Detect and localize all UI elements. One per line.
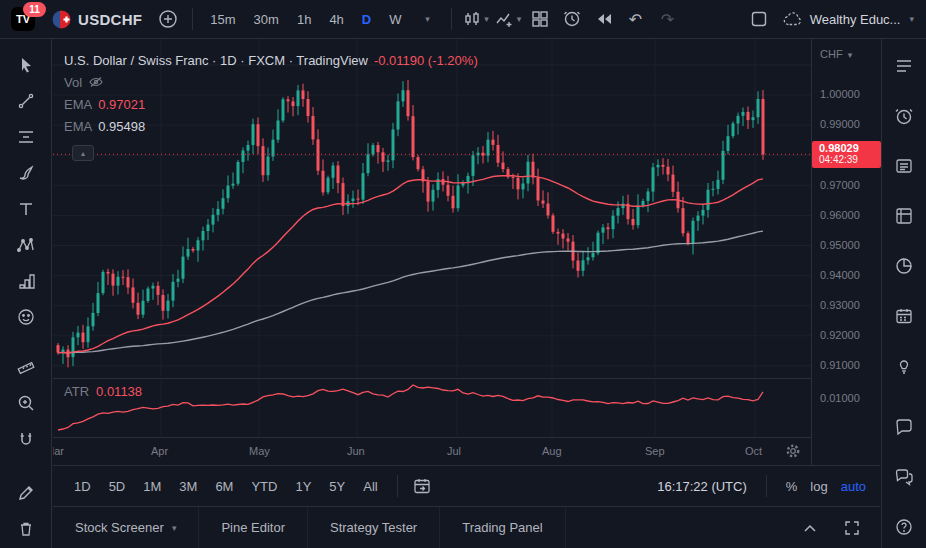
ema-slow-value: 0.95498 bbox=[98, 119, 145, 134]
symbol-title[interactable]: U.S. Dollar / Swiss Franc · 1D · FXCM · … bbox=[64, 53, 368, 68]
legend-collapse-button[interactable]: ▴ bbox=[72, 145, 94, 161]
tab-stock-screener[interactable]: Stock Screener▾ bbox=[53, 507, 199, 548]
log-scale-button[interactable]: log bbox=[810, 479, 827, 494]
range-6m-button[interactable]: 6M bbox=[206, 474, 242, 498]
emoji-icon bbox=[16, 307, 36, 327]
pencil-icon bbox=[16, 483, 36, 503]
forecast-tool-button[interactable] bbox=[11, 266, 41, 296]
lightbulb-icon bbox=[893, 355, 915, 377]
chat-button[interactable] bbox=[889, 412, 919, 442]
interval-1w-button[interactable]: W bbox=[382, 6, 408, 32]
range-1d-button[interactable]: 1D bbox=[65, 474, 100, 498]
top-toolbar: TV 11 USDCHF 15m 30m 1h 4h D W ▾ ▾ bbox=[0, 0, 926, 39]
interval-15m-button[interactable]: 15m bbox=[203, 6, 242, 32]
range-3m-button[interactable]: 3M bbox=[170, 474, 206, 498]
hotlists-icon bbox=[893, 255, 915, 277]
chevron-down-icon: ▾ bbox=[172, 523, 177, 533]
interval-1h-button[interactable]: 1h bbox=[290, 6, 318, 32]
range-5d-button[interactable]: 5D bbox=[100, 474, 135, 498]
data-window-button[interactable] bbox=[889, 201, 919, 231]
tab-strategy-tester[interactable]: Strategy Tester bbox=[308, 507, 440, 548]
interval-4h-button[interactable]: 4h bbox=[322, 6, 350, 32]
eye-off-icon[interactable] bbox=[88, 75, 104, 89]
redo-button[interactable]: ↷ bbox=[654, 5, 682, 33]
time-axis-label: May bbox=[249, 445, 270, 457]
indicators-button[interactable]: ▾ bbox=[494, 5, 522, 33]
goto-date-button[interactable] bbox=[408, 472, 436, 500]
brush-icon bbox=[16, 163, 36, 183]
chats-icon bbox=[893, 466, 915, 488]
price-label: 0.97000 bbox=[820, 179, 860, 191]
interval-1d-button[interactable]: D bbox=[355, 6, 378, 32]
layout-grid-button[interactable] bbox=[526, 5, 554, 33]
alerts-button[interactable] bbox=[889, 101, 919, 131]
ema-fast-value: 0.97021 bbox=[98, 97, 145, 112]
save-layout-button[interactable] bbox=[745, 5, 773, 33]
public-chats-button[interactable] bbox=[889, 462, 919, 492]
watchlist-icon bbox=[893, 55, 915, 77]
symbol-search-button[interactable]: USDCHF bbox=[44, 5, 150, 33]
cursor-icon bbox=[16, 55, 36, 75]
time-axis-label: Jun bbox=[347, 445, 365, 457]
auto-scale-button[interactable]: auto bbox=[841, 479, 866, 494]
range-1y-button[interactable]: 1Y bbox=[286, 474, 320, 498]
panel-maximize-icon[interactable] bbox=[838, 514, 866, 542]
toolbar-divider bbox=[451, 8, 452, 30]
calendar-button[interactable] bbox=[889, 301, 919, 331]
interval-dropdown-caret[interactable]: ▾ bbox=[413, 5, 441, 33]
undo-button[interactable]: ↶ bbox=[622, 5, 650, 33]
news-icon bbox=[893, 155, 915, 177]
time-axis[interactable]: MarAprMayJunJulAugSepOct bbox=[53, 437, 811, 465]
account-menu-button[interactable]: Wealthy Educ... ▾ bbox=[779, 11, 918, 27]
watchlist-button[interactable] bbox=[889, 51, 919, 81]
tab-pine-editor[interactable]: Pine Editor bbox=[199, 507, 308, 548]
atr-legend: ATR 0.01138 bbox=[64, 384, 142, 399]
text-tool-button[interactable] bbox=[11, 194, 41, 224]
time-axis-label: Apr bbox=[151, 445, 168, 457]
notification-badge[interactable]: 11 bbox=[23, 2, 46, 17]
price-scale-currency[interactable]: CHF ▾ bbox=[820, 48, 852, 60]
measure-tool-button[interactable] bbox=[11, 352, 41, 382]
panel-open-chevron[interactable] bbox=[796, 514, 824, 542]
settings-gear-icon[interactable] bbox=[785, 443, 801, 459]
ema-fast-label[interactable]: EMA bbox=[64, 97, 92, 112]
compare-add-button[interactable] bbox=[154, 5, 182, 33]
magnet-tool-button[interactable] bbox=[11, 424, 41, 454]
create-alert-button[interactable] bbox=[558, 5, 586, 33]
ideas-button[interactable] bbox=[889, 351, 919, 381]
bar-replay-button[interactable] bbox=[590, 5, 618, 33]
atr-pane[interactable] bbox=[53, 378, 811, 438]
percent-scale-button[interactable]: % bbox=[786, 479, 798, 494]
chart-style-button[interactable]: ▾ bbox=[462, 5, 490, 33]
interval-30m-button[interactable]: 30m bbox=[247, 6, 286, 32]
atr-label[interactable]: ATR bbox=[64, 384, 89, 399]
tradingview-logo[interactable]: TV 11 bbox=[6, 4, 40, 34]
drawings-panel-button[interactable] bbox=[11, 478, 41, 508]
brush-tool-button[interactable] bbox=[11, 158, 41, 188]
price-scale[interactable]: CHF ▾ 1.00000 0.99000 0.97000 0.96000 0.… bbox=[811, 39, 881, 465]
range-ytd-button[interactable]: YTD bbox=[242, 474, 286, 498]
time-axis-label: Mar bbox=[53, 445, 64, 457]
tab-trading-panel[interactable]: Trading Panel bbox=[440, 507, 565, 548]
price-label: 0.95000 bbox=[820, 239, 860, 251]
price-label: 1.00000 bbox=[820, 88, 860, 100]
trend-line-tool-button[interactable] bbox=[11, 86, 41, 116]
range-1m-button[interactable]: 1M bbox=[134, 474, 170, 498]
fib-retracement-icon bbox=[16, 127, 36, 147]
range-5y-button[interactable]: 5Y bbox=[320, 474, 354, 498]
emoji-tool-button[interactable] bbox=[11, 302, 41, 332]
help-button[interactable] bbox=[889, 512, 919, 542]
fib-retracement-tool-button[interactable] bbox=[11, 122, 41, 152]
remove-drawings-button[interactable] bbox=[11, 514, 41, 544]
time-axis-label: Jul bbox=[447, 445, 461, 457]
range-all-button[interactable]: All bbox=[354, 474, 386, 498]
atr-value: 0.01138 bbox=[96, 384, 142, 399]
pattern-tool-button[interactable] bbox=[11, 230, 41, 260]
news-button[interactable] bbox=[889, 151, 919, 181]
zoom-tool-button[interactable] bbox=[11, 388, 41, 418]
volume-indicator-label[interactable]: Vol bbox=[64, 75, 82, 90]
cursor-tool-button[interactable] bbox=[11, 50, 41, 80]
ema-slow-label[interactable]: EMA bbox=[64, 119, 92, 134]
utc-clock[interactable]: 16:17:22 (UTC) bbox=[657, 479, 747, 494]
hotlists-button[interactable] bbox=[889, 251, 919, 281]
